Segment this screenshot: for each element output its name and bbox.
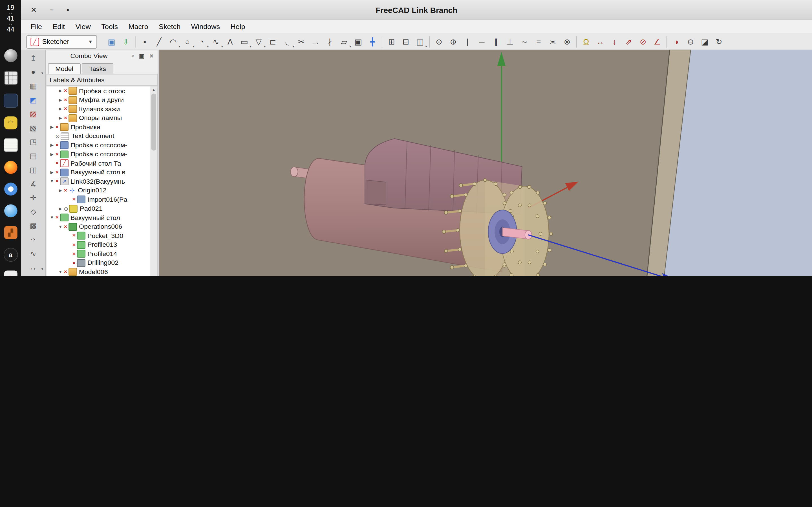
create-slot-icon[interactable]: ⊏ — [266, 35, 280, 48]
tree-expander-icon[interactable]: ▶ — [57, 206, 64, 211]
launcher-dark-app-icon[interactable] — [3, 94, 17, 108]
clip-tool-icon[interactable]: ✂ — [27, 275, 40, 276]
tree-item[interactable]: ▶✕Пробники — [47, 122, 150, 131]
tree-item[interactable]: ▶✕Муфта и други — [47, 96, 150, 105]
extend-edge-icon[interactable]: → — [308, 35, 322, 48]
create-circle-icon[interactable]: ○▾ — [181, 35, 195, 48]
tree-expander-icon[interactable]: ▶ — [57, 116, 64, 121]
create-polyline-icon[interactable]: Λ — [223, 35, 237, 48]
menu-item-file[interactable]: File — [26, 21, 47, 32]
constraint-tangent-icon[interactable]: ∼ — [517, 35, 531, 48]
create-conic-icon[interactable]: ◔▾ — [195, 35, 209, 48]
export-icon[interactable]: ↥ — [27, 52, 40, 64]
tree-item[interactable]: ⊙Text document — [47, 131, 150, 140]
launcher-designer-icon[interactable]: ▞ — [4, 226, 17, 239]
tab-model[interactable]: Model — [48, 63, 81, 74]
material-icon[interactable]: ◩ — [27, 94, 40, 105]
panel-dock-icon[interactable]: ▣ — [139, 52, 144, 59]
texture-icon[interactable]: ▦ — [27, 80, 40, 92]
sketch-merge-icon[interactable]: ⊞ — [384, 35, 398, 48]
panel-float-icon[interactable]: ▫ — [132, 52, 134, 59]
tree-vertical-scrollbar[interactable]: ▲ ▼ — [150, 87, 157, 276]
sketch-clone-icon[interactable]: ◫▾ — [413, 35, 427, 48]
launcher-window-tiles-icon[interactable] — [3, 71, 17, 85]
carbon-copy-icon[interactable]: ▣ — [351, 35, 365, 48]
tree-item[interactable]: ▶✕Кулачок зажи — [47, 105, 150, 114]
constraint-diameter-icon[interactable]: ⊘ — [636, 35, 650, 48]
launcher-chromium-icon[interactable] — [4, 183, 17, 196]
axis-cross-icon[interactable]: ✛ — [27, 191, 40, 203]
create-bspline-icon[interactable]: ∿▾ — [209, 35, 223, 48]
window-minimize-button[interactable]: − — [49, 6, 54, 14]
tree-item[interactable]: ✕Import016(Pa — [47, 195, 150, 204]
mesh-icon[interactable]: ▩ — [27, 219, 40, 231]
launcher-downloads-icon[interactable]: ↓ — [4, 271, 17, 276]
color-per-face-icon[interactable]: ▧ — [27, 122, 40, 133]
tree-item[interactable]: ✕Pocket_3D0 — [47, 231, 150, 240]
launcher-globe-icon[interactable] — [4, 205, 17, 217]
tree-item[interactable]: ✕╱Рабочий стол Та — [47, 159, 150, 168]
tab-tasks[interactable]: Tasks — [82, 63, 113, 74]
tree-item[interactable]: ▼✕Model006 — [47, 268, 150, 276]
tree-item[interactable]: ▼✕Вакуумный стол — [47, 213, 150, 222]
tree-item[interactable]: ✕Profile013 — [47, 240, 150, 249]
split-edge-icon[interactable]: ∤ — [323, 35, 337, 48]
menu-item-edit[interactable]: Edit — [47, 21, 70, 32]
launcher-teapot-icon[interactable]: ◠ — [4, 117, 17, 129]
window-close-button[interactable]: ✕ — [31, 6, 37, 14]
launcher-notes-icon[interactable] — [3, 138, 17, 152]
tree-item[interactable]: ✕Profile014 — [47, 249, 150, 258]
tree-expander-icon[interactable]: ▶ — [49, 125, 55, 129]
dimension-tool-icon[interactable]: ↔▾ — [27, 262, 40, 273]
construction-mode-icon[interactable]: ╋ — [365, 35, 379, 48]
create-rectangle-icon[interactable]: ▭▾ — [238, 35, 252, 48]
tree-expander-icon[interactable]: ▼ — [57, 270, 64, 274]
titlebar[interactable]: ✕ − ▪ FreeCAD Link Branch — [21, 0, 812, 20]
tree-expander-icon[interactable]: ▶ — [49, 170, 55, 175]
refresh-document-icon[interactable]: ⇩ — [119, 35, 133, 48]
trim-edge-icon[interactable]: ✂ — [294, 35, 308, 48]
create-point-icon[interactable]: • — [138, 35, 152, 48]
file-open-icon[interactable]: ▣ — [104, 35, 118, 48]
tree-item[interactable]: ▶✕⊹Origin012 — [47, 186, 150, 195]
tree-expander-icon[interactable]: ▼ — [57, 224, 64, 229]
3d-viewport[interactable] — [159, 50, 812, 276]
navigation-sphere-icon[interactable]: ●▾ — [27, 66, 40, 77]
part-tools-icon[interactable]: ◇ — [27, 205, 40, 217]
group-icon[interactable]: ▤ — [27, 150, 40, 161]
constraint-hdistance-icon[interactable]: ↔ — [593, 35, 607, 48]
constraint-perpendicular-icon[interactable]: ⊥ — [503, 35, 517, 48]
constraint-symmetric-icon[interactable]: ≍ — [546, 35, 560, 48]
create-polygon-icon[interactable]: ▽▾ — [252, 35, 266, 48]
constraint-vertical-icon[interactable]: ∣ — [460, 35, 474, 48]
window-maximize-button[interactable]: ▪ — [66, 6, 69, 14]
menu-item-view[interactable]: View — [70, 21, 96, 32]
tree-item[interactable]: ▼✕↗Link032(Вакуумнь — [47, 177, 150, 186]
launcher-amazon-icon[interactable]: a — [3, 248, 17, 262]
panel-close-icon[interactable]: ✕ — [149, 52, 154, 59]
constraint-block-icon[interactable]: ⊗ — [560, 35, 574, 48]
menu-item-help[interactable]: Help — [225, 21, 250, 32]
toggle-driving-constraint-icon[interactable]: ◑ — [669, 35, 683, 48]
spline-tool-icon[interactable]: ∿ — [27, 247, 40, 259]
constraint-horizontal-icon[interactable]: ─ — [474, 35, 489, 48]
tree-item[interactable]: ▶✕Пробка с отсос — [47, 87, 150, 96]
toggle-active-constraint-icon[interactable]: ⊖ — [683, 35, 698, 48]
model-tree[interactable]: ▶✕Пробка с отсос▶✕Муфта и други▶✕Кулачок… — [47, 87, 150, 276]
view-section-icon[interactable]: ↻ — [712, 35, 726, 48]
menu-item-tools[interactable]: Tools — [96, 21, 123, 32]
constraint-point-on-object-icon[interactable]: ⊕ — [446, 35, 460, 48]
sketch-mirror-icon[interactable]: ⊟ — [399, 35, 413, 48]
launcher-firefox-icon[interactable] — [4, 161, 17, 174]
tree-expander-icon[interactable]: ▼ — [49, 179, 55, 184]
menu-item-sketch[interactable]: Sketch — [153, 21, 186, 32]
tree-item[interactable]: ▶✕Пробка с отсосом- — [47, 150, 150, 159]
constraint-vdistance-icon[interactable]: ↕ — [607, 35, 621, 48]
tree-expander-icon[interactable]: ▶ — [57, 107, 64, 112]
points-icon[interactable]: ⁘ — [27, 233, 40, 245]
tree-expander-icon[interactable]: ▶ — [57, 98, 64, 103]
constraint-parallel-icon[interactable]: ∥ — [489, 35, 503, 48]
tree-expander-icon[interactable]: ▶ — [49, 143, 55, 148]
scroll-up-icon[interactable]: ▲ — [152, 87, 156, 93]
tree-expander-icon[interactable]: ▼ — [49, 216, 55, 220]
